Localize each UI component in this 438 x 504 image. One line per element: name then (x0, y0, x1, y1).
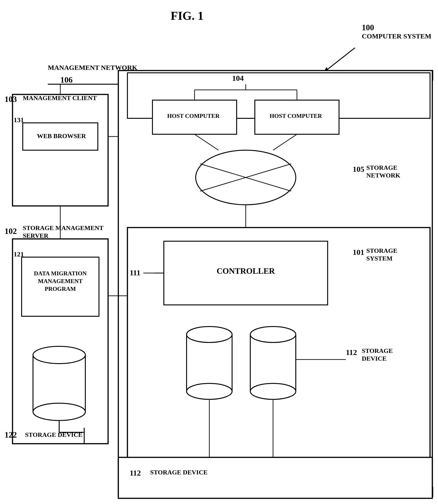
fig-title: FIG. 1 (171, 9, 203, 22)
storage-mgmt-server-label: STORAGE MANAGEMENT SERVER (23, 224, 104, 239)
storage-device-112b-label: STORAGE DEVICE (150, 469, 208, 476)
data-migration-label: DATA MIGRATION MANAGEMENT PROGRAM (25, 270, 96, 293)
svg-point-24 (186, 383, 232, 399)
host-computer-right-label: HOST COMPUTER (259, 113, 332, 120)
storage-device-112a-label: STORAGE DEVICE (362, 347, 393, 362)
management-network-label: MANAGEMENT NETWORK (48, 64, 137, 71)
storage-device-122-label: STORAGE DEVICE (25, 431, 82, 438)
controller-num: 111 (130, 268, 140, 277)
diagram-container: FIG. 1 100 COMPUTER SYSTEM MANAGEMENT NE… (0, 0, 438, 504)
host-computer-left-label: HOST COMPUTER (157, 113, 230, 120)
svg-rect-1 (423, 487, 433, 496)
computer-system-num: 100 COMPUTER SYSTEM (362, 23, 431, 40)
svg-point-13 (196, 150, 296, 205)
web-browser-box-num: 131 (14, 116, 24, 124)
svg-rect-25 (250, 334, 296, 391)
web-browser-label: WEB BROWSER (30, 132, 93, 140)
svg-rect-22 (186, 334, 232, 391)
svg-line-16 (195, 134, 219, 150)
svg-point-26 (250, 327, 296, 342)
svg-rect-4 (118, 71, 432, 496)
svg-line-15 (200, 164, 291, 191)
svg-line-14 (200, 164, 291, 191)
svg-line-2 (323, 48, 355, 73)
svg-point-23 (186, 327, 232, 342)
svg-marker-3 (323, 67, 330, 73)
svg-rect-0 (423, 71, 433, 80)
svg-rect-34 (12, 94, 108, 206)
storage-mgmt-server-num: 102 (5, 226, 17, 236)
storage-device-122-num: 122 (5, 430, 17, 440)
storage-device-112a-num: 112 (346, 348, 357, 357)
storage-system-label: STORAGE SYSTEM (366, 247, 397, 262)
data-migration-num: 121 (14, 250, 24, 258)
svg-point-40 (33, 346, 85, 364)
svg-rect-39 (33, 355, 85, 412)
management-client-label: MANAGEMENT CLIENT (23, 94, 97, 102)
storage-network-label: STORAGE NETWORK (366, 164, 400, 179)
storage-system-num: 101 (353, 248, 364, 257)
management-network-num: 106 (60, 75, 73, 85)
svg-point-41 (33, 403, 85, 420)
controller-label: CONTROLLER (171, 266, 321, 276)
svg-rect-5 (127, 73, 430, 118)
svg-point-27 (250, 383, 296, 399)
storage-network-num: 105 (353, 165, 364, 174)
storage-device-112b-num: 112 (130, 469, 141, 477)
svg-line-17 (273, 134, 297, 150)
management-client-num: 103 (5, 94, 17, 104)
svg-rect-30 (118, 457, 432, 498)
host-computer-num: 104 (232, 74, 244, 83)
